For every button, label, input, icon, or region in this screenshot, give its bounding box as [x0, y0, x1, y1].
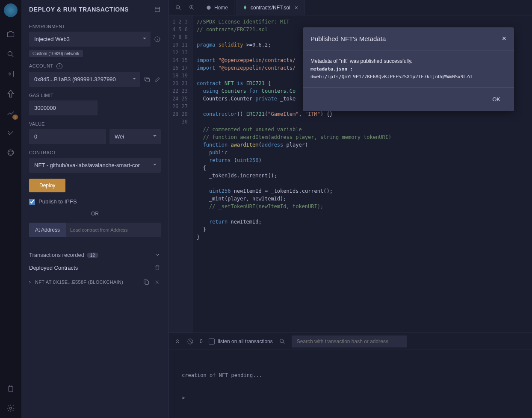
- contract-select[interactable]: NFT - github/ava-labs/avalanche-smart-co…: [29, 158, 161, 173]
- at-address-input[interactable]: [66, 223, 161, 237]
- search-icon[interactable]: [279, 338, 286, 345]
- edit-icon[interactable]: [154, 76, 161, 83]
- copy-icon[interactable]: [144, 76, 151, 83]
- modal-ok-button[interactable]: OK: [488, 94, 505, 105]
- svg-point-11: [280, 339, 283, 342]
- modal-meta-label: metadata.json :: [310, 66, 353, 72]
- solidity-icon: [242, 5, 248, 11]
- close-icon[interactable]: [154, 279, 161, 286]
- pending-count: 0: [200, 339, 203, 344]
- publish-ipfs-checkbox[interactable]: [29, 199, 35, 205]
- terminal-search-input[interactable]: [292, 336, 407, 347]
- zoom-out-icon[interactable]: [175, 4, 182, 11]
- analysis-icon[interactable]: [6, 128, 15, 138]
- at-address-button[interactable]: At Address: [29, 223, 66, 237]
- svg-point-9: [207, 6, 210, 9]
- svg-point-2: [10, 407, 12, 409]
- svg-rect-6: [145, 281, 148, 284]
- add-account-icon[interactable]: +: [56, 63, 62, 69]
- svg-rect-3: [155, 7, 160, 12]
- modal-meta-url: dweb:/ipfs/QmYL9P1Z7KE6AQvKJPFF52SX1p2TE…: [310, 73, 506, 81]
- editor: 1 2 3 4 5 6 7 8 9 10 11 12 13 14 15 16 1…: [169, 15, 532, 333]
- value-unit-select[interactable]: Wei: [109, 129, 161, 144]
- contract-label: CONTRACT: [29, 150, 161, 155]
- deploy-icon[interactable]: [6, 89, 15, 98]
- svg-point-0: [8, 51, 12, 56]
- file-explorer-icon[interactable]: [6, 30, 15, 39]
- account-label: ACCOUNT +: [29, 63, 161, 69]
- metadata-modal: Published NFT's Metadata × Metadata of "…: [303, 27, 514, 111]
- modal-title: Published NFT's Metadata: [310, 35, 386, 42]
- value-label: VALUE: [29, 121, 161, 127]
- listen-checkbox[interactable]: [209, 339, 215, 344]
- publish-ipfs-label: Publish to IPFS: [38, 198, 77, 205]
- or-divider: OR: [29, 211, 161, 217]
- deploy-button[interactable]: Deploy: [29, 179, 65, 192]
- panel-title: DEPLOY & RUN TRANSACTIONS: [29, 6, 129, 13]
- transactions-recorded-row[interactable]: Transactions recorded12: [29, 245, 161, 264]
- deploy-panel: DEPLOY & RUN TRANSACTIONS ENVIRONMENT In…: [21, 0, 169, 418]
- main-area: Home contracts/NFT.sol × 1 2 3 4 5 6 7 8…: [169, 0, 532, 418]
- listen-toggle[interactable]: listen on all transactions: [209, 339, 273, 344]
- collapse-icon[interactable]: [174, 338, 181, 345]
- chevron-right-icon: ›: [29, 279, 31, 285]
- plugin-manager-icon[interactable]: [6, 384, 15, 393]
- close-tab-icon[interactable]: ×: [295, 4, 298, 11]
- terminal-output: creation of NFT pending... >: [169, 350, 532, 418]
- account-select[interactable]: 0x845...B1aB3 (999991.3297990: [29, 72, 140, 87]
- plugin-icon[interactable]: [6, 148, 15, 157]
- environment-select[interactable]: Injected Web3: [29, 32, 151, 47]
- icon-bar: 1: [0, 0, 21, 418]
- network-badge: Custom (10920) network: [29, 50, 83, 57]
- panel-menu-icon[interactable]: [154, 6, 161, 13]
- chevron-down-icon: [154, 251, 161, 258]
- search-icon[interactable]: [6, 50, 15, 59]
- badge: 1: [12, 115, 18, 120]
- copy-icon[interactable]: [143, 279, 150, 286]
- tx-count-badge: 12: [87, 253, 98, 258]
- trash-icon[interactable]: [154, 264, 161, 271]
- gas-label: GAS LIMIT: [29, 93, 161, 98]
- svg-rect-5: [146, 78, 149, 82]
- modal-close-icon[interactable]: ×: [502, 34, 506, 43]
- modal-success-text: Metadata of "nft" was published successf…: [310, 57, 506, 65]
- compiler-icon[interactable]: [6, 69, 15, 79]
- tab-file[interactable]: contracts/NFT.sol ×: [236, 0, 304, 15]
- remix-logo-icon[interactable]: [4, 3, 18, 17]
- home-icon: [206, 5, 212, 11]
- info-icon[interactable]: [154, 36, 161, 43]
- line-gutter: 1 2 3 4 5 6 7 8 9 10 11 12 13 14 15 16 1…: [169, 15, 192, 333]
- deployed-contracts-label: Deployed Contracts: [29, 265, 78, 271]
- debugger-icon[interactable]: 1: [6, 109, 15, 118]
- environment-label: ENVIRONMENT: [29, 24, 161, 29]
- contract-instance-row[interactable]: › NFT AT 0X15E...E558F (BLOCKCHAIN): [29, 275, 161, 289]
- settings-icon[interactable]: [6, 403, 15, 413]
- svg-point-1: [8, 150, 13, 155]
- terminal: 0 listen on all transactions creation of…: [169, 333, 532, 418]
- clear-icon[interactable]: [187, 338, 194, 345]
- gas-input[interactable]: [29, 100, 98, 115]
- tab-bar: Home contracts/NFT.sol ×: [169, 0, 532, 15]
- zoom-in-icon[interactable]: [189, 4, 195, 11]
- value-input[interactable]: [29, 129, 106, 144]
- tab-home[interactable]: Home: [200, 0, 234, 15]
